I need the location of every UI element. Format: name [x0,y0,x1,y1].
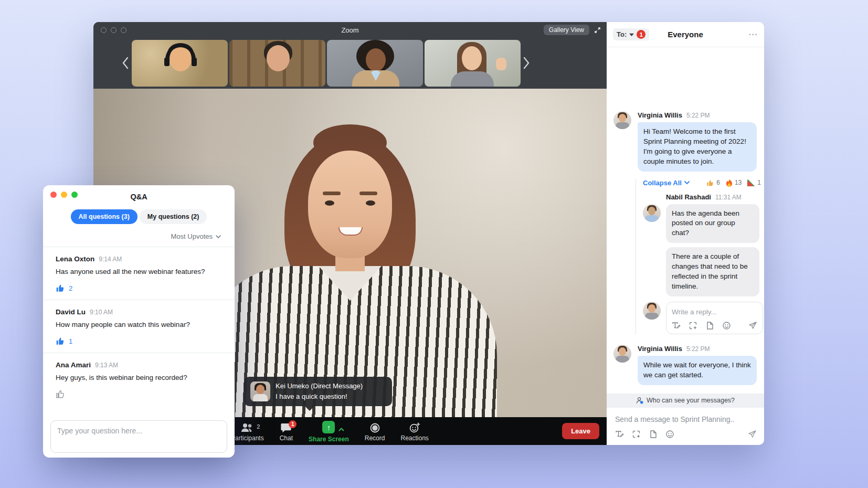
chevron-down-icon [216,235,221,238]
reaction-count: 13 [735,179,742,186]
reactions-button[interactable]: Reactions [400,419,428,442]
file-attach-icon[interactable] [649,430,658,439]
message-time: 5:22 PM [686,112,710,119]
chat-message: Virginia Willis 5:22 PM While we wait fo… [607,345,764,385]
record-icon [370,423,380,433]
avatar [643,302,661,320]
format-text-icon[interactable] [672,321,681,330]
privacy-note[interactable]: Who can see your messages? [607,394,764,408]
share-screen-label: Share Screen [309,436,349,443]
chevron-down-icon [629,33,634,36]
qa-question-input[interactable] [57,427,220,447]
participants-label: Participants [231,434,264,442]
question-author: Ana Amari [56,361,91,369]
chat-button[interactable]: 1 Chat [280,419,293,442]
reply-input[interactable] [672,308,757,316]
share-screen-icon: ↑ [322,421,335,433]
share-options-chevron-icon[interactable] [338,426,344,433]
chat-message-list: Virginia Willis 5:22 PM Hi Team! Welcome… [607,47,764,445]
qa-titlebar: Q&A [43,185,235,206]
strip-next-icon[interactable] [523,57,530,69]
qa-question: Lena Oxton 9:14 AM Has anyone used all t… [43,247,235,300]
person-privacy-icon [636,397,643,404]
reaction-list: 6 13 1 [706,179,761,187]
desktop-background: Zoom Gallery View [0,0,868,488]
leave-button[interactable]: Leave [562,423,599,439]
participants-icon [241,423,253,432]
message-time: 5:22 PM [686,345,710,353]
message-bubble: Hi Team! Welcome to the first Sprint Pla… [638,122,757,172]
chat-label: Chat [280,434,293,442]
upvote-button[interactable]: 1 [56,336,222,346]
reaction-count: 1 [757,179,761,186]
avatar [613,345,631,363]
fire-reaction[interactable]: 13 [726,179,742,187]
chat-badge: 1 [289,420,297,428]
thumbs-up-outline-icon [56,389,65,399]
sender-name: Nabil Rashadi [666,193,711,201]
chat-message-input[interactable] [615,415,756,423]
strip-previous-icon[interactable] [122,57,129,69]
upvote-button[interactable] [56,389,222,399]
participant-video-3[interactable] [327,40,423,87]
qa-window: Q&A All questions (3) My questions (2) M… [43,185,235,458]
reactions-label: Reactions [400,434,428,442]
screenshot-icon[interactable] [689,321,697,330]
direct-message-toast[interactable]: Kei Umeko (Direct Message) I have a quic… [244,377,392,406]
participant-video-2[interactable] [229,40,325,87]
sort-dropdown[interactable]: Most Upvotes [43,224,235,247]
question-time: 9:10 AM [90,309,113,316]
participant-video-4[interactable] [425,40,521,87]
qa-question: David Lu 9:10 AM How many people can wat… [43,300,235,353]
record-button[interactable]: Record [365,419,385,442]
emoji-icon[interactable] [722,321,731,330]
avatar [613,111,631,129]
record-label: Record [365,434,385,442]
format-text-icon[interactable] [615,430,624,439]
participants-count: 2 [257,423,260,430]
window-title: Zoom [93,26,607,34]
upvote-count: 2 [69,284,72,292]
send-reply-icon[interactable] [748,321,757,330]
tab-all-questions[interactable]: All questions (3) [71,209,137,224]
watermelon-reaction[interactable]: 1 [747,179,761,187]
toast-sender: Kei Umeko (Direct Message) [276,381,363,391]
chat-panel: Everyone To: 1 ⋯ Virginia Willis [607,22,764,445]
qa-close-button[interactable] [50,192,57,198]
send-message-icon[interactable] [748,430,757,439]
participant-film-strip [93,38,607,89]
sender-name: Virginia Willis [638,345,682,353]
thumbs-up-reaction[interactable]: 6 [706,179,720,187]
fullscreen-expand-icon[interactable] [594,26,601,34]
window-titlebar: Zoom Gallery View [93,22,607,38]
chat-more-options-icon[interactable]: ⋯ [748,29,758,40]
recipient-selector[interactable]: To: 1 [613,28,649,40]
qa-maximize-button[interactable] [71,192,78,198]
collapse-all-link[interactable]: Collapse All [643,179,690,187]
participant-video-1[interactable] [132,40,228,87]
qa-minimize-button[interactable] [61,192,67,198]
question-text: How many people can watch this webinar? [56,321,222,328]
tab-my-questions[interactable]: My questions (2) [140,209,207,224]
sender-name: Virginia Willis [638,111,682,119]
reactions-icon [409,422,420,433]
question-text: Hey guys, is this webinar being recorded… [56,374,222,381]
file-attach-icon[interactable] [705,321,714,330]
speaker-portrait [187,123,513,417]
emoji-icon[interactable] [665,430,674,439]
question-text: Has anyone used all the new webinar feat… [56,268,222,275]
gallery-view-button[interactable]: Gallery View [544,25,589,35]
unread-badge: 1 [637,30,645,39]
toast-message: I have a quick question! [276,391,363,402]
thumbs-up-icon [56,336,65,346]
reply-composer [643,302,764,334]
avatar [643,204,661,222]
participants-button[interactable]: 2 Participants [231,419,264,442]
share-screen-button[interactable]: ↑ Share Screen [309,419,349,443]
qa-question: Ana Amari 9:13 AM Hey guys, is this webi… [43,353,235,406]
message-bubble: There are a couple of changes that need … [666,247,759,296]
to-label: To: [617,30,627,38]
screenshot-icon[interactable] [632,430,641,439]
upvote-button[interactable]: 2 [56,283,222,293]
message-thread: Collapse All 6 13 [636,179,764,334]
